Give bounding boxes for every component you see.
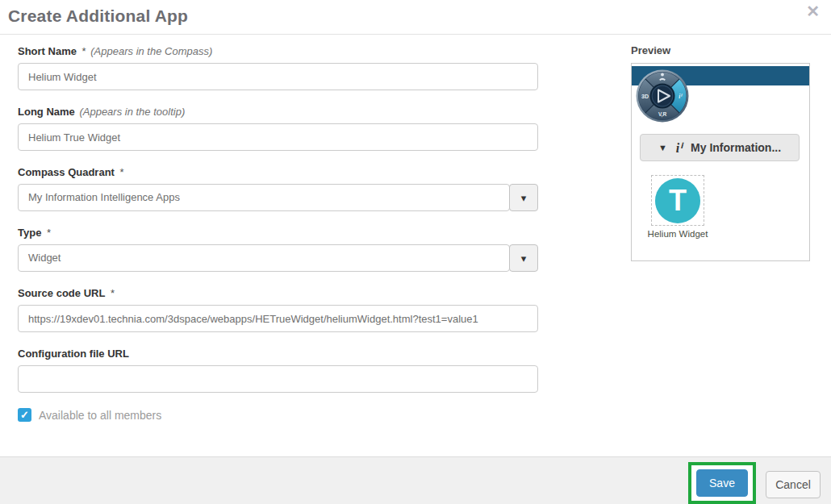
- type-select[interactable]: Widget ▾: [18, 244, 538, 272]
- available-to-all-members-checkbox[interactable]: ✓: [18, 408, 31, 422]
- compass-icon: 3D iⁱ V,R: [636, 69, 689, 123]
- short-name-hint: (Appears in the Compass): [90, 45, 212, 57]
- required-asterisk: *: [120, 166, 124, 178]
- chevron-down-icon: ▾: [521, 192, 527, 204]
- available-to-all-members-row: ✓ Available to all members: [18, 408, 538, 422]
- required-asterisk: *: [82, 45, 86, 57]
- required-asterisk: *: [111, 287, 115, 299]
- preview-app-tile[interactable]: T Helium Widget: [651, 175, 706, 239]
- information-apps-icon: iⁱ: [676, 140, 682, 156]
- configuration-file-url-input[interactable]: [18, 365, 538, 393]
- field-configuration-file-url: Configuration file URL: [18, 348, 538, 393]
- type-value[interactable]: Widget: [18, 244, 510, 272]
- type-dropdown-button[interactable]: ▾: [509, 244, 538, 272]
- preview-panel: Preview: [631, 40, 810, 261]
- helium-widget-app-icon: T: [655, 178, 700, 223]
- type-label: Type: [18, 227, 41, 239]
- close-icon[interactable]: ✕: [806, 2, 820, 21]
- field-type: Type * Widget ▾: [18, 227, 538, 272]
- dialog-title: Create Additional App: [8, 6, 188, 26]
- field-long-name: Long Name (Appears in the tooltip): [18, 106, 538, 151]
- app-tile-selection-box: T: [651, 175, 704, 226]
- compass-quadrant-value[interactable]: My Information Intelligence Apps: [18, 184, 510, 211]
- field-source-code-url: Source code URL *: [18, 287, 538, 332]
- checkmark-icon: ✓: [20, 409, 29, 421]
- app-form: Short Name * (Appears in the Compass) Lo…: [18, 45, 538, 422]
- cancel-button[interactable]: Cancel: [766, 471, 821, 498]
- preview-box: 3D iⁱ V,R ▼ iⁱ My Information... T Heliu…: [631, 63, 810, 261]
- save-button[interactable]: Save: [696, 469, 748, 497]
- dialog-header: Create Additional App ✕: [0, 0, 831, 35]
- app-tile-label: Helium Widget: [629, 229, 726, 239]
- source-code-url-label: Source code URL: [18, 287, 105, 299]
- source-code-url-input[interactable]: [18, 305, 538, 332]
- compass-quadrant-label: Compass Quadrant: [18, 166, 115, 178]
- save-button-highlight: Save: [688, 462, 756, 504]
- compass-quadrant-dropdown-button[interactable]: ▾: [509, 184, 538, 211]
- compass-3d-label: 3D: [641, 94, 649, 99]
- create-additional-app-dialog: Create Additional App ✕ Short Name * (Ap…: [0, 0, 831, 504]
- required-asterisk: *: [47, 227, 51, 239]
- available-to-all-members-label: Available to all members: [39, 409, 161, 422]
- short-name-input[interactable]: [18, 63, 538, 90]
- field-compass-quadrant: Compass Quadrant * My Information Intell…: [18, 166, 538, 211]
- triangle-down-icon: ▼: [658, 143, 667, 152]
- compass-vr-label: V,R: [658, 111, 667, 118]
- preview-quadrant-label: My Information...: [691, 141, 781, 154]
- configuration-file-url-label: Configuration file URL: [18, 348, 129, 360]
- compass-quadrant-select[interactable]: My Information Intelligence Apps ▾: [18, 184, 538, 211]
- long-name-hint: (Appears in the tooltip): [79, 106, 185, 118]
- short-name-label: Short Name: [18, 45, 77, 57]
- preview-quadrant-button[interactable]: ▼ iⁱ My Information...: [640, 134, 800, 161]
- dialog-footer: Save Cancel: [0, 456, 831, 504]
- app-icon-letter: T: [669, 184, 687, 218]
- preview-label: Preview: [631, 44, 810, 57]
- long-name-input[interactable]: [18, 123, 538, 151]
- long-name-label: Long Name: [18, 106, 75, 118]
- chevron-down-icon: ▾: [521, 252, 527, 264]
- field-short-name: Short Name * (Appears in the Compass): [18, 45, 538, 90]
